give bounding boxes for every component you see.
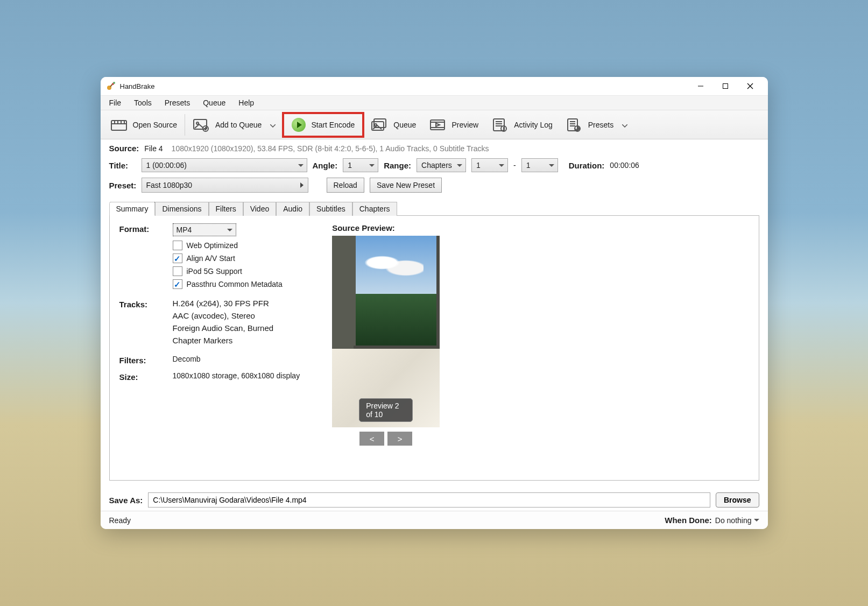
format-label: Format: bbox=[119, 223, 171, 292]
open-source-label: Open Source bbox=[133, 121, 178, 129]
titlebar: HandBrake bbox=[101, 77, 768, 95]
source-label: Source: bbox=[109, 144, 139, 153]
start-encode-button[interactable]: Start Encode bbox=[282, 112, 364, 138]
preview-icon bbox=[429, 117, 446, 132]
reload-button[interactable]: Reload bbox=[327, 178, 364, 193]
tabs: Summary Dimensions Filters Video Audio S… bbox=[109, 201, 759, 215]
range-to-select[interactable]: 1 bbox=[521, 158, 558, 172]
tab-summary[interactable]: Summary bbox=[109, 202, 156, 216]
menu-presets[interactable]: Presets bbox=[159, 97, 195, 109]
chevron-down-icon bbox=[270, 121, 276, 129]
separator bbox=[185, 114, 185, 136]
tab-subtitles[interactable]: Subtitles bbox=[309, 202, 352, 216]
queue-button[interactable]: Queue bbox=[364, 113, 422, 137]
preview-label: Preview bbox=[451, 121, 478, 129]
tab-filters[interactable]: Filters bbox=[209, 202, 243, 216]
film-icon bbox=[110, 117, 128, 132]
tab-chapters[interactable]: Chapters bbox=[352, 202, 397, 216]
chevron-down-icon bbox=[369, 164, 375, 167]
svg-point-14 bbox=[196, 122, 199, 124]
play-icon bbox=[292, 118, 306, 132]
chevron-down-icon bbox=[457, 164, 462, 167]
tab-body: Format: MP4 Web Optimized Align A/V Star… bbox=[109, 215, 759, 481]
save-new-preset-button[interactable]: Save New Preset bbox=[370, 178, 442, 193]
tab-dimensions[interactable]: Dimensions bbox=[155, 202, 208, 216]
range-label: Range: bbox=[384, 161, 411, 170]
app-icon bbox=[106, 81, 116, 91]
menubar: File Tools Presets Queue Help bbox=[101, 95, 768, 110]
filters-label: Filters: bbox=[119, 355, 171, 365]
save-as-row: Save As: Browse bbox=[101, 486, 768, 511]
preset-row: Preset: Fast 1080p30 Reload Save New Pre… bbox=[109, 178, 759, 193]
track-item: Chapter Markers bbox=[173, 336, 300, 345]
add-to-queue-button[interactable]: Add to Queue bbox=[186, 113, 282, 137]
tab-audio[interactable]: Audio bbox=[276, 202, 309, 216]
chevron-right-icon bbox=[300, 182, 304, 188]
minimize-button[interactable] bbox=[688, 78, 713, 94]
app-window: HandBrake File Tools Presets Queue Help … bbox=[101, 77, 768, 529]
preview-next-button[interactable]: > bbox=[387, 432, 412, 446]
size-value: 1080x1080 storage, 608x1080 display bbox=[173, 371, 300, 382]
passthru-row[interactable]: Passthru Common Metadata bbox=[173, 279, 300, 289]
source-info: 1080x1920 (1080x1920), 53.84 FPS, SDR (8… bbox=[172, 144, 489, 153]
size-label: Size: bbox=[119, 371, 171, 382]
app-title: HandBrake bbox=[120, 82, 155, 90]
svg-point-2 bbox=[113, 82, 115, 84]
maximize-button[interactable] bbox=[713, 78, 738, 94]
summary-right: Source Preview: Preview 2 of 10 < > bbox=[332, 223, 440, 473]
source-file: File 4 bbox=[144, 144, 163, 153]
when-done-select[interactable]: Do nothing bbox=[715, 516, 759, 525]
checkbox-icon bbox=[173, 266, 182, 276]
menu-queue[interactable]: Queue bbox=[197, 97, 231, 109]
source-preview-image: Preview 2 of 10 bbox=[332, 236, 440, 427]
activity-log-button[interactable]: Activity Log bbox=[485, 113, 559, 137]
tab-video[interactable]: Video bbox=[243, 202, 277, 216]
tracks-list: H.264 (x264), 30 FPS PFR AAC (avcodec), … bbox=[173, 299, 300, 348]
web-optimized-row[interactable]: Web Optimized bbox=[173, 241, 300, 250]
presets-label: Presets bbox=[588, 121, 613, 129]
open-source-button[interactable]: Open Source bbox=[104, 113, 184, 137]
chevron-down-icon bbox=[499, 164, 504, 167]
toolbar: Open Source Add to Queue Start Encode Qu… bbox=[101, 110, 768, 139]
start-encode-label: Start Encode bbox=[311, 121, 355, 129]
save-as-label: Save As: bbox=[109, 496, 143, 505]
range-from-select[interactable]: 1 bbox=[471, 158, 508, 172]
checkbox-checked-icon bbox=[173, 279, 182, 289]
presets-button[interactable]: Presets bbox=[559, 113, 634, 137]
svg-point-30 bbox=[503, 130, 504, 131]
chevron-down-icon bbox=[549, 164, 554, 167]
browse-button[interactable]: Browse bbox=[716, 492, 759, 508]
chevron-down-icon bbox=[227, 229, 232, 231]
save-as-input[interactable] bbox=[148, 492, 710, 508]
add-to-queue-label: Add to Queue bbox=[215, 121, 262, 129]
queue-label: Queue bbox=[393, 121, 416, 129]
content-area: Source: File 4 1080x1920 (1080x1920), 53… bbox=[101, 139, 768, 486]
preset-select[interactable]: Fast 1080p30 bbox=[142, 178, 308, 193]
menu-tools[interactable]: Tools bbox=[129, 97, 157, 109]
duration-label: Duration: bbox=[569, 161, 605, 170]
close-button[interactable] bbox=[738, 78, 763, 94]
chevron-down-icon bbox=[622, 121, 627, 129]
menu-help[interactable]: Help bbox=[233, 97, 259, 109]
align-av-row[interactable]: Align A/V Start bbox=[173, 253, 300, 263]
duration-value: 00:00:06 bbox=[610, 161, 639, 170]
checkbox-icon bbox=[173, 241, 182, 250]
preview-prev-button[interactable]: < bbox=[359, 432, 384, 446]
filters-value: Decomb bbox=[173, 355, 300, 365]
angle-label: Angle: bbox=[313, 161, 338, 170]
svg-rect-21 bbox=[431, 120, 444, 130]
preview-button[interactable]: Preview bbox=[422, 113, 485, 137]
track-item: H.264 (x264), 30 FPS PFR bbox=[173, 299, 300, 308]
tracks-label: Tracks: bbox=[119, 299, 171, 348]
ipod-row[interactable]: iPod 5G Support bbox=[173, 266, 300, 276]
presets-icon bbox=[566, 117, 583, 132]
checkbox-checked-icon bbox=[173, 253, 182, 263]
track-item: Foreign Audio Scan, Burned bbox=[173, 323, 300, 333]
angle-select[interactable]: 1 bbox=[343, 158, 378, 172]
menu-file[interactable]: File bbox=[104, 97, 127, 109]
format-select[interactable]: MP4 bbox=[173, 223, 236, 236]
when-done-label: When Done: bbox=[665, 516, 712, 525]
range-type-select[interactable]: Chapters bbox=[417, 158, 466, 172]
title-select[interactable]: 1 (00:00:06) bbox=[142, 158, 307, 172]
activity-log-label: Activity Log bbox=[514, 121, 553, 129]
